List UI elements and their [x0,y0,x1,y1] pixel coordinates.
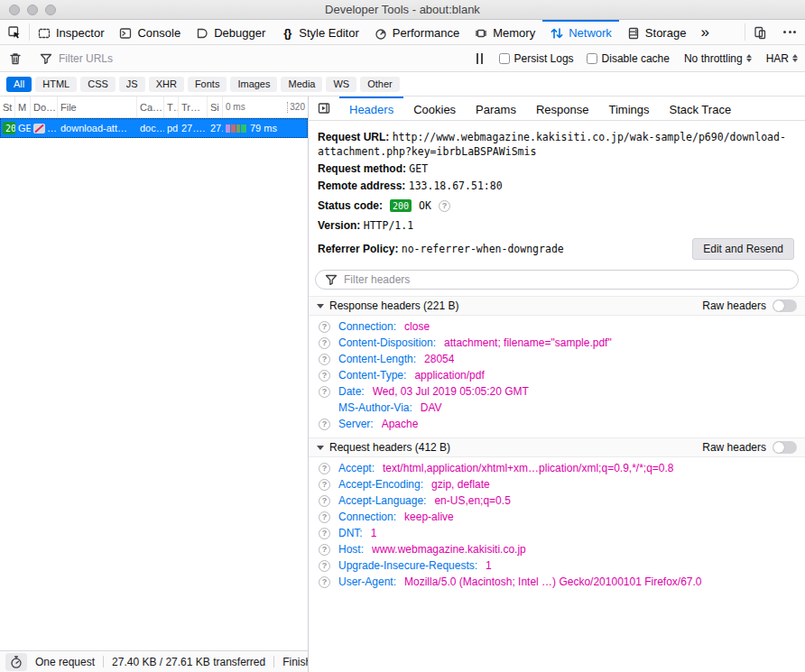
close-window-button[interactable] [9,5,20,15]
tab-inspector[interactable]: Inspector [30,20,111,44]
tab-response[interactable]: Response [526,97,599,120]
header-row[interactable]: ? DNT: 1 [309,525,805,541]
column-cause[interactable]: Ca… [137,97,164,117]
header-row[interactable]: ? Host: www.webmagazine.kakisiti.co.jp [309,541,805,557]
header-value: 1 [371,527,377,539]
header-row[interactable]: ? Accept: text/html,application/xhtml+xm… [309,460,805,476]
clear-requests-button[interactable] [0,51,31,66]
element-picker-icon [7,25,22,40]
help-icon[interactable]: ? [319,419,330,430]
tab-network[interactable]: Network [542,20,619,44]
help-icon[interactable]: ? [319,479,330,491]
zoom-window-button[interactable] [45,5,56,15]
tab-console[interactable]: Console [111,20,188,44]
tab-headers[interactable]: Headers [339,97,403,120]
element-picker-button[interactable] [0,20,29,44]
close-details-button[interactable] [309,97,339,120]
tab-performance[interactable]: Performance [366,20,467,44]
minimize-window-button[interactable] [27,5,38,15]
request-method-row: Request method: GET [318,161,796,176]
response-headers-section-bar[interactable]: Response headers (221 B) Raw headers [309,296,805,316]
raw-headers-toggle[interactable] [773,299,797,312]
pause-traffic-button[interactable] [467,53,492,64]
help-icon[interactable]: ? [319,386,330,398]
remote-address-row: Remote address: 133.18.67.51:80 [318,179,796,193]
header-row[interactable]: ? Accept-Encoding: gzip, deflate [309,476,805,492]
header-row[interactable]: ? Content-Disposition: attachment; filen… [309,335,805,351]
help-icon[interactable]: ? [319,576,330,588]
filter-pill-ws[interactable]: WS [326,77,356,92]
pause-icon [477,53,478,64]
help-icon[interactable]: ? [319,511,330,523]
filter-pill-images[interactable]: Images [230,77,277,92]
edit-and-resend-button[interactable]: Edit and Resend [692,238,794,260]
help-icon[interactable]: ? [319,528,330,539]
filter-pill-js[interactable]: JS [119,77,145,92]
header-row[interactable]: ? Connection: close [309,318,805,335]
tab-label: Style Editor [299,26,358,40]
filter-pill-other[interactable]: Other [360,77,400,92]
header-row[interactable]: ? Server: Apache [309,416,805,432]
tab-memory[interactable]: Memory [467,20,542,44]
help-icon[interactable]: ? [319,354,330,365]
column-size[interactable]: Si [208,97,223,117]
throttling-select[interactable]: No throttling [677,52,759,65]
filter-pill-css[interactable]: CSS [80,77,116,92]
chevron-double-icon: » [700,23,708,41]
header-row[interactable]: ? User-Agent: Mozilla/5.0 (Macintosh; In… [309,574,805,590]
header-row[interactable]: ? Content-Length: 28054 [309,351,805,367]
column-status[interactable]: St [0,97,15,117]
tab-cookies[interactable]: Cookies [403,97,466,120]
raw-headers-toggle[interactable] [773,441,797,454]
header-value: www.webmagazine.kakisiti.co.jp [372,543,526,556]
responsive-design-button[interactable] [745,20,774,44]
filter-pill-html[interactable]: HTML [35,77,77,92]
filter-pill-media[interactable]: Media [281,77,322,92]
har-select[interactable]: HAR [759,52,805,65]
filter-pill-xhr[interactable]: XHR [149,77,184,92]
tab-stack-trace[interactable]: Stack Trace [659,97,741,120]
help-icon[interactable]: ? [439,200,450,212]
row-transferred: 27…. [179,118,208,138]
column-type[interactable]: T… [164,97,179,117]
tab-storage[interactable]: Storage [619,20,694,44]
request-list-empty-area [0,138,308,650]
header-row[interactable]: ? Content-Type: application/pdf [309,367,805,383]
column-transferred[interactable]: Tr… [179,97,208,117]
header-row[interactable]: ? Accept-Language: en-US,en;q=0.5 [309,492,805,509]
more-tabs-button[interactable]: » [693,20,716,44]
filter-urls-input[interactable] [59,52,460,65]
column-method[interactable]: M [15,97,31,117]
help-icon[interactable]: ? [319,544,330,556]
tab-params[interactable]: Params [466,97,526,120]
tab-debugger[interactable]: Debugger [188,20,273,44]
persist-logs-checkbox[interactable]: Persist Logs [493,52,580,65]
column-waterfall[interactable]: 0 ms 320 [223,97,308,117]
header-row[interactable]: ? Connection: keep-alive [309,509,805,525]
performance-analysis-button[interactable] [5,653,27,671]
help-icon[interactable]: ? [319,321,330,333]
row-domain: … [47,123,57,133]
header-row[interactable]: ? Date: Wed, 03 Jul 2019 05:05:20 GMT [309,383,805,400]
request-headers-section-bar[interactable]: Request headers (412 B) Raw headers [309,437,805,457]
devtools-menu-button[interactable] [774,20,805,44]
help-icon[interactable]: ? [319,560,330,572]
header-row[interactable]: MS-Author-Via: DAV [309,400,805,416]
header-row[interactable]: ? Upgrade-Insecure-Requests: 1 [309,557,805,574]
help-icon[interactable]: ? [319,370,330,382]
tab-timings[interactable]: Timings [598,97,659,120]
tab-label: Inspector [56,26,104,40]
column-file[interactable]: File [58,97,137,117]
filter-pill-fonts[interactable]: Fonts [188,77,227,92]
help-icon[interactable]: ? [319,463,330,474]
filter-pill-all[interactable]: All [6,77,32,92]
disable-cache-checkbox[interactable]: Disable cache [580,52,676,65]
header-name: Content-Disposition: [338,336,436,349]
tab-style-editor[interactable]: { } Style Editor [273,20,365,44]
column-domain[interactable]: Do… [31,97,58,117]
help-icon[interactable]: ? [319,337,330,349]
row-cause: doc… [137,118,164,138]
request-row-selected[interactable]: 200 GET … download-att… doc… pd 27…. 27. [0,118,308,138]
help-icon[interactable]: ? [319,495,330,507]
filter-headers-input[interactable] [344,273,790,286]
